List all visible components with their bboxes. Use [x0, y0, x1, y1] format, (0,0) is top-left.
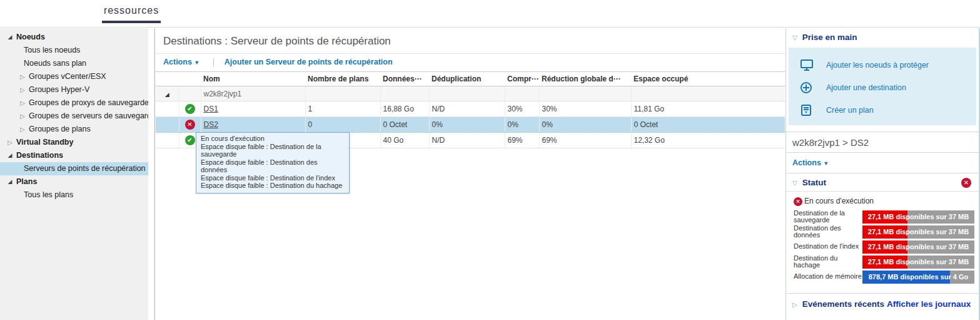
tab-ressources[interactable]: ressources [102, 5, 161, 16]
sidebar-item-destinations[interactable]: ◢Destinations [0, 149, 149, 162]
sidebar-item-label: Groupes Hyper-V [29, 85, 89, 94]
column-reduction-globale[interactable]: Réduction globale d··· [539, 72, 631, 86]
cell-compr: 0% [505, 117, 539, 133]
table-row-selected[interactable]: ✕ DS2 0 0 Octet 0% 0% 0% 0 Octet [156, 117, 785, 133]
sidebar-item-label: Groupes de serveurs de sauvegarde Lin [29, 111, 149, 120]
column-nombre-de-plans[interactable]: Nombre de plans [305, 72, 380, 86]
recent-events-title[interactable]: Evénements récents [802, 299, 884, 309]
sidebar-item-tous-les-plans[interactable]: Tous les plans [0, 188, 149, 202]
rps-link-ds1[interactable]: DS1 [204, 105, 218, 113]
actions-menu-button[interactable]: Actions ▼ [163, 58, 200, 66]
panel-actions-label: Actions [792, 158, 821, 167]
cell-reduction: 0% [539, 117, 631, 133]
status-state-text: En cours d'exécution [804, 197, 874, 205]
sidebar-item-label: Groupes de proxys de sauvegarde de m [29, 98, 149, 107]
column-compression[interactable]: Compr··· [505, 72, 539, 86]
capacity-label: Allocation de mémoire [794, 273, 862, 281]
sidebar-item-label: Noeuds sans plan [24, 59, 86, 68]
cell-plans: 1 [305, 101, 380, 117]
tree-expanded-icon[interactable]: ◢ [4, 149, 16, 162]
sidebar-item-tous-les-noeuds[interactable]: Tous les noeuds [0, 44, 149, 57]
tree-expanded-icon[interactable]: ◢ [4, 31, 16, 44]
getting-started-title: Prise en main [802, 33, 857, 42]
column-donnees[interactable]: Données··· [380, 72, 429, 86]
table-group-row[interactable]: ◢ w2k8r2jvp1 [156, 86, 785, 101]
sidebar-item-label: Groupes vCenter/ESX [29, 72, 106, 81]
cell-dedup: N/D [429, 133, 505, 148]
capacity-row: Destination des données 27,1 MB disponib… [794, 224, 972, 239]
sidebar-item-noeuds[interactable]: ◢Noeuds [0, 31, 149, 44]
column-espace-occupe[interactable]: Espace occupé [631, 72, 785, 86]
section-expanded-icon[interactable]: ▽ [792, 34, 797, 41]
tree-collapsed-icon[interactable]: ▷ [4, 136, 16, 149]
cell-compr: 30% [505, 101, 539, 117]
breadcrumb: w2k8r2jvp1 > DS2 [786, 132, 979, 153]
add-destination-link[interactable]: Ajouter une destination [789, 76, 976, 99]
sidebar-item-groupes-proxys[interactable]: ▷Groupes de proxys de sauvegarde de m [0, 96, 149, 110]
table-header-row: Nom Nombre de plans Données··· Déduplica… [156, 72, 785, 86]
capacity-row: Allocation de mémoire 878,7 MB disponibl… [794, 269, 972, 284]
sidebar-item-noeuds-sans-plan[interactable]: Noeuds sans plan [0, 57, 149, 70]
add-rps-link[interactable]: Ajouter un Serveur de points de récupéra… [225, 58, 393, 66]
sidebar-item-virtual-standby[interactable]: ▷Virtual Standby [0, 136, 149, 149]
add-nodes-link[interactable]: Ajouter les noeuds à protéger [789, 54, 976, 76]
group-collapse-icon[interactable]: ◢ [165, 91, 169, 98]
tree-collapsed-icon[interactable]: ▷ [16, 83, 29, 96]
panel-actions-button[interactable]: Actions ▼ [786, 153, 979, 173]
show-logs-link[interactable]: Afficher les journaux [887, 299, 971, 309]
active-tab-underline [102, 21, 161, 23]
sidebar-item-label: Noeuds [16, 33, 45, 41]
create-plan-link[interactable]: Créer un plan [789, 99, 976, 121]
column-nom[interactable]: Nom [201, 72, 305, 86]
sidebar-item-groupes-hyper-v[interactable]: ▷Groupes Hyper-V [0, 83, 149, 96]
getting-started-header[interactable]: ▽Prise en main [786, 28, 979, 46]
cell-reduction: 69% [539, 133, 631, 148]
capacity-row: Destination de la sauvegarde 27,1 MB dis… [794, 209, 972, 224]
tree-collapsed-icon[interactable]: ▷ [16, 110, 29, 123]
column-deduplication[interactable]: Déduplication [429, 72, 505, 86]
cell-donnees: 16,88 Go [380, 101, 429, 117]
capacity-bar: 27,1 MB disponibles sur 37 MB [862, 225, 974, 239]
tree-collapsed-icon[interactable]: ▷ [16, 123, 29, 136]
capacity-bar-text: 27,1 MB disponibles sur 37 MB [862, 255, 974, 269]
column-expand [156, 72, 179, 86]
memory-bar: 878,7 MB disponibles sur 4 Go [862, 271, 974, 284]
app-window: ressources ◢Noeuds Tous les noeuds Noeud… [0, 0, 980, 320]
table-row[interactable]: ✔ DS1 1 16,88 Go N/D 30% 30% 11,81 Go [156, 101, 785, 117]
tooltip-line: Espace disque faible : Destination du ha… [201, 182, 345, 190]
sidebar-item-plans[interactable]: ◢Plans [0, 175, 149, 188]
cell-dedup: N/D [429, 101, 505, 117]
navigation-sidebar: ◢Noeuds Tous les noeuds Noeuds sans plan… [0, 28, 155, 320]
details-panel: ▽Prise en main Ajouter les noeuds à prot… [786, 28, 980, 320]
sidebar-item-label: Destinations [16, 151, 63, 160]
section-collapsed-icon[interactable]: ▷ [792, 301, 797, 308]
tree-collapsed-icon[interactable]: ▷ [16, 96, 29, 110]
capacity-bar: 27,1 MB disponibles sur 37 MB [862, 240, 974, 254]
cell-compr: 69% [505, 133, 539, 148]
tree-collapsed-icon[interactable]: ▷ [16, 70, 29, 83]
column-status [179, 72, 201, 86]
cell-dedup: 0% [429, 117, 505, 133]
sidebar-item-label: Plans [16, 177, 37, 186]
actions-menu-label: Actions [163, 58, 192, 66]
status-error-icon: ✕ [794, 197, 802, 206]
capacity-bar: 27,1 MB disponibles sur 37 MB [862, 210, 974, 224]
cell-espace: 0 Octet [631, 117, 785, 133]
tree-expanded-icon[interactable]: ◢ [4, 175, 16, 188]
chevron-down-icon: ▼ [823, 160, 829, 167]
capacity-bar-text: 27,1 MB disponibles sur 37 MB [862, 240, 974, 254]
status-ok-icon: ✔ [185, 135, 195, 145]
tooltip-line: Espace disque faible : Destination de l'… [201, 174, 345, 182]
monitor-icon [800, 59, 814, 71]
section-expanded-icon[interactable]: ▽ [792, 180, 797, 187]
capacity-bar: 27,1 MB disponibles sur 37 MB [862, 255, 974, 269]
status-error-icon: ✕ [961, 178, 971, 188]
sidebar-item-groupes-vcenter-esx[interactable]: ▷Groupes vCenter/ESX [0, 70, 149, 83]
sidebar-item-groupes-de-plans[interactable]: ▷Groupes de plans [0, 123, 149, 136]
sidebar-item-groupes-serveurs-linux[interactable]: ▷Groupes de serveurs de sauvegarde Lin [0, 110, 149, 123]
sidebar-scrollbar-track[interactable] [148, 28, 154, 320]
status-section-header[interactable]: ▽Statut ✕ [786, 173, 979, 192]
capacity-label: Destination des données [794, 225, 862, 239]
sidebar-item-serveurs-points-recuperation[interactable]: Serveurs de points de récupération [0, 162, 149, 175]
rps-link-ds2[interactable]: DS2 [204, 120, 218, 129]
